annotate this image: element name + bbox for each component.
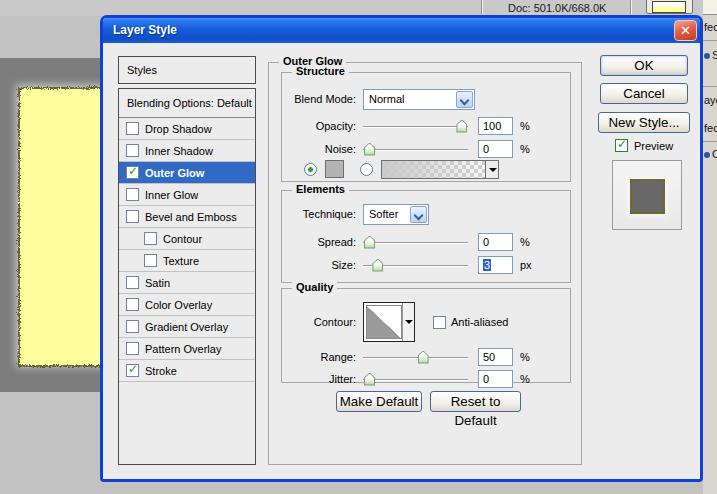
jitter-slider-thumb[interactable] [364,373,375,386]
panel-row-fragment: St [704,49,717,61]
noise-unit: % [520,143,530,155]
ok-button[interactable]: OK [600,55,688,76]
list-item-inner-glow[interactable]: ✓ Inner Glow [119,184,255,206]
layer-style-dialog: Layer Style ✕ Styles Blending Options: D… [100,15,703,482]
doc-size-readout: Doc: 501.0K/668.0K [508,2,606,14]
opacity-unit: % [520,120,530,132]
spread-slider[interactable] [363,235,468,250]
make-default-button[interactable]: Make Default [336,391,422,412]
contour-picker[interactable] [363,302,415,342]
solid-color-radio[interactable] [304,163,317,176]
group-legend: Elements [292,183,349,195]
eye-icon [704,53,710,59]
range-unit: % [520,351,530,363]
gradient-radio[interactable] [360,163,373,176]
checkbox[interactable]: ✓ [126,144,139,157]
checkbox[interactable]: ✓ [126,298,139,311]
list-item-pattern-overlay[interactable]: ✓ Pattern Overlay [119,338,255,360]
range-input[interactable]: 50 [478,348,513,366]
checkbox[interactable]: ✓ [126,364,139,377]
list-item-inner-shadow[interactable]: ✓ Inner Shadow [119,140,255,162]
list-item-blending-options[interactable]: Blending Options: Default [119,89,255,118]
layer-thumbnail [652,1,686,13]
spread-slider-thumb[interactable] [364,236,375,249]
list-item-gradient-overlay[interactable]: ✓ Gradient Overlay [119,316,255,338]
checkbox[interactable]: ✓ [126,320,139,333]
contour-dropdown-icon[interactable] [402,303,414,341]
blend-mode-label: Blend Mode: [282,93,356,105]
preview-checkbox[interactable]: ✓ Preview [615,139,673,152]
list-item-satin[interactable]: ✓ Satin [119,272,255,294]
list-item-texture[interactable]: ✓ Texture [119,250,255,272]
list-item-contour[interactable]: ✓ Contour [119,228,255,250]
document-status-bar: Doc: 501.0K/668.0K [0,0,717,16]
jitter-unit: % [520,373,530,385]
effect-preview-swatch [612,160,682,230]
technique-select[interactable]: Softer [363,204,429,225]
styles-header: Styles [118,56,256,84]
size-input[interactable]: 3 [478,256,513,274]
statusbar-divider [630,0,632,16]
list-item-outer-glow[interactable]: ✓ Outer Glow [119,162,255,184]
checkbox[interactable]: ✓ [126,342,139,355]
panel-divider [703,40,717,41]
opacity-slider-thumb[interactable] [456,120,467,133]
checkbox[interactable]: ✓ [144,254,157,267]
opacity-input[interactable]: 100 [478,117,513,135]
artwork-yellow-rectangle [0,58,103,392]
jitter-input[interactable]: 0 [478,370,513,388]
spread-label: Spread: [282,236,356,248]
check-icon: ✓ [128,164,138,178]
new-style-button[interactable]: New Style... [598,112,690,133]
checkbox[interactable]: ✓ [126,210,139,223]
size-slider-thumb[interactable] [372,259,383,272]
checkbox[interactable]: ✓ [126,166,139,179]
dialog-titlebar[interactable]: Layer Style ✕ [103,18,700,43]
checkbox[interactable]: ✓ [126,188,139,201]
reset-to-default-button[interactable]: Reset to Default [430,391,521,412]
list-item-bevel-and-emboss[interactable]: ✓ Bevel and Emboss [119,206,255,228]
close-icon[interactable]: ✕ [674,20,697,41]
size-label: Size: [282,259,356,271]
panel-fragment-block [703,0,717,15]
noise-input[interactable]: 0 [478,140,513,158]
spread-unit: % [520,236,530,248]
glow-color-swatch[interactable] [325,160,344,178]
cancel-button[interactable]: Cancel [600,83,688,104]
list-item-stroke[interactable]: ✓ Stroke [119,360,255,382]
blend-mode-select[interactable]: Normal [363,89,475,110]
layer-thumbnail-button[interactable] [646,0,693,14]
checkbox[interactable]: ✓ [144,232,157,245]
quality-group: Quality Contour: ✓ Anti-aliased Range: [281,288,571,383]
noise-label: Noise: [282,143,356,155]
noise-slider[interactable] [363,142,468,157]
range-slider[interactable] [363,350,468,365]
chevron-down-icon[interactable] [410,206,427,223]
panel-divider [703,86,717,87]
check-icon: ✓ [128,362,138,376]
structure-group: Structure Blend Mode: Normal Opacity: 10… [281,72,571,182]
list-item-drop-shadow[interactable]: ✓ Drop Shadow [119,118,255,140]
range-label: Range: [282,351,356,363]
panel-divider [703,141,717,142]
anti-aliased-checkbox[interactable]: ✓ Anti-aliased [433,316,508,329]
background-panels-strip: fects St aye fects C [703,0,717,494]
range-slider-thumb[interactable] [418,351,429,364]
gradient-dropdown-icon[interactable] [485,161,498,178]
outer-glow-panel: Outer Glow Structure Blend Mode: Normal … [268,62,582,465]
spread-input[interactable]: 0 [478,233,513,251]
chevron-down-icon[interactable] [456,91,473,108]
jitter-slider[interactable] [363,372,468,387]
panel-tab-fragment: aye [704,94,717,106]
checkbox[interactable]: ✓ [126,122,139,135]
statusbar-divider [481,0,483,16]
checkbox[interactable]: ✓ [126,276,139,289]
panel-tab-fragment: fects [704,21,717,33]
contour-label: Contour: [282,316,356,328]
list-item-color-overlay[interactable]: ✓ Color Overlay [119,294,255,316]
gradient-picker[interactable] [381,160,499,179]
size-slider[interactable] [363,258,468,273]
opacity-slider[interactable] [363,119,468,134]
noise-slider-thumb[interactable] [364,143,375,156]
opacity-label: Opacity: [282,120,356,132]
